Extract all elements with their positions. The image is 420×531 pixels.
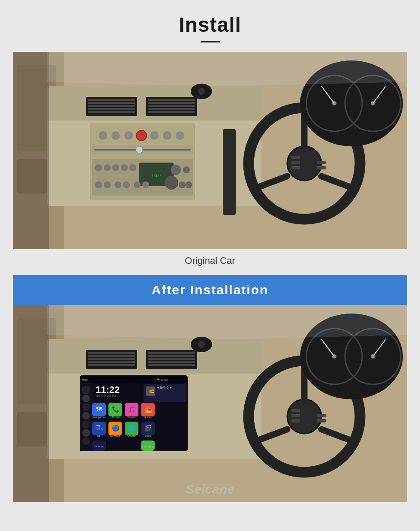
svg-text:BT Music: BT Music <box>111 434 120 437</box>
svg-rect-66 <box>13 52 49 249</box>
svg-text:🌐: 🌐 <box>128 425 136 432</box>
svg-point-20 <box>111 131 120 140</box>
svg-text:🗺: 🗺 <box>96 406 102 413</box>
svg-point-96 <box>82 412 90 419</box>
original-car-section: 00.0 <box>13 52 407 502</box>
svg-rect-55 <box>291 161 300 164</box>
svg-point-99 <box>82 437 90 445</box>
svg-point-19 <box>99 131 107 140</box>
svg-point-23 <box>150 131 159 140</box>
svg-rect-89 <box>80 376 187 383</box>
after-installation-image: wac ♦ ▼ 11:22 11:22 2018-11-06 Tue 📻 ◄ B… <box>13 305 407 502</box>
title-divider <box>201 41 220 42</box>
svg-rect-77 <box>88 352 135 354</box>
svg-point-28 <box>136 146 143 153</box>
svg-text:CarSetting: CarSetting <box>142 445 153 448</box>
svg-rect-85 <box>148 358 195 360</box>
svg-text:Music: Music <box>129 416 135 419</box>
svg-rect-14 <box>148 102 195 104</box>
svg-text:◄  BAND  ►: ◄ BAND ► <box>156 386 172 389</box>
svg-text:2018-11-06  Tue: 2018-11-06 Tue <box>96 395 117 398</box>
svg-point-37 <box>171 165 181 175</box>
svg-rect-58 <box>317 166 326 169</box>
svg-point-97 <box>82 420 90 428</box>
svg-rect-84 <box>148 355 195 357</box>
svg-text:Radio: Radio <box>145 416 151 419</box>
original-car-label: Original Car <box>13 255 407 266</box>
svg-rect-81 <box>88 364 135 366</box>
svg-text:WiFi: WiFi <box>97 434 102 437</box>
svg-text:📻: 📻 <box>144 406 152 413</box>
svg-text:🎬: 🎬 <box>144 425 152 432</box>
svg-rect-86 <box>148 361 195 363</box>
svg-text:🎵: 🎵 <box>128 406 136 413</box>
svg-rect-141 <box>291 414 300 417</box>
svg-rect-152 <box>13 305 49 502</box>
svg-point-44 <box>142 181 149 188</box>
svg-point-34 <box>129 164 136 171</box>
svg-text:Chrome: Chrome <box>127 434 136 437</box>
page-title: Install <box>179 13 241 36</box>
svg-rect-17 <box>148 111 195 113</box>
svg-rect-56 <box>291 166 300 169</box>
svg-point-69 <box>198 88 205 95</box>
after-installation-text: After Installation <box>152 283 269 297</box>
svg-text:♦ ▼ 11:22: ♦ ▼ 11:22 <box>154 378 168 381</box>
svg-point-30 <box>95 164 102 171</box>
svg-marker-153 <box>47 305 407 339</box>
svg-rect-83 <box>148 352 195 354</box>
svg-rect-80 <box>88 361 135 363</box>
svg-rect-79 <box>88 358 135 360</box>
svg-rect-7 <box>88 99 135 101</box>
svg-text:Video: Video <box>145 434 151 437</box>
svg-text:Navigation: Navigation <box>93 416 105 419</box>
svg-text:00.0: 00.0 <box>152 173 161 178</box>
svg-point-47 <box>185 181 192 188</box>
svg-rect-57 <box>317 161 326 164</box>
svg-point-25 <box>176 131 184 140</box>
svg-rect-11 <box>88 111 135 113</box>
svg-rect-15 <box>148 105 195 107</box>
svg-rect-16 <box>148 108 195 110</box>
svg-point-39 <box>95 181 102 188</box>
svg-point-46 <box>179 181 186 188</box>
svg-point-32 <box>112 164 119 171</box>
after-installation-banner: After Installation <box>13 275 407 305</box>
svg-text:11:22: 11:22 <box>96 384 120 395</box>
svg-rect-48 <box>223 129 236 215</box>
svg-point-93 <box>82 386 90 394</box>
svg-text:📻: 📻 <box>149 388 155 394</box>
svg-rect-10 <box>88 108 135 110</box>
svg-point-43 <box>134 181 141 188</box>
svg-text:Phone: Phone <box>112 416 119 419</box>
svg-text:SRT_5J: SRT_5J <box>96 428 103 430</box>
svg-rect-13 <box>148 99 195 101</box>
svg-point-40 <box>104 181 111 188</box>
svg-rect-143 <box>317 414 326 417</box>
original-car-image: 00.0 <box>13 52 407 249</box>
svg-point-21 <box>124 131 133 140</box>
svg-rect-9 <box>88 105 135 107</box>
svg-point-38 <box>183 166 190 173</box>
svg-rect-87 <box>148 364 195 366</box>
svg-text:🔵: 🔵 <box>112 425 120 432</box>
svg-rect-54 <box>291 156 300 159</box>
svg-text:wac: wac <box>82 378 88 381</box>
svg-point-33 <box>121 164 128 171</box>
svg-point-95 <box>82 403 90 411</box>
svg-rect-142 <box>291 419 300 422</box>
svg-marker-67 <box>47 52 407 86</box>
svg-point-94 <box>82 395 90 402</box>
svg-point-155 <box>198 341 205 348</box>
svg-text:Seicane: Seicane <box>186 482 234 496</box>
svg-point-98 <box>82 429 90 437</box>
svg-rect-140 <box>291 409 300 412</box>
svg-point-42 <box>123 181 130 188</box>
svg-text:📞: 📞 <box>112 406 120 413</box>
svg-text:GT Music: GT Music <box>94 445 104 448</box>
svg-point-31 <box>104 164 111 171</box>
svg-rect-144 <box>317 419 326 422</box>
svg-point-45 <box>165 176 178 190</box>
svg-point-41 <box>114 181 121 188</box>
svg-point-22 <box>136 130 147 141</box>
